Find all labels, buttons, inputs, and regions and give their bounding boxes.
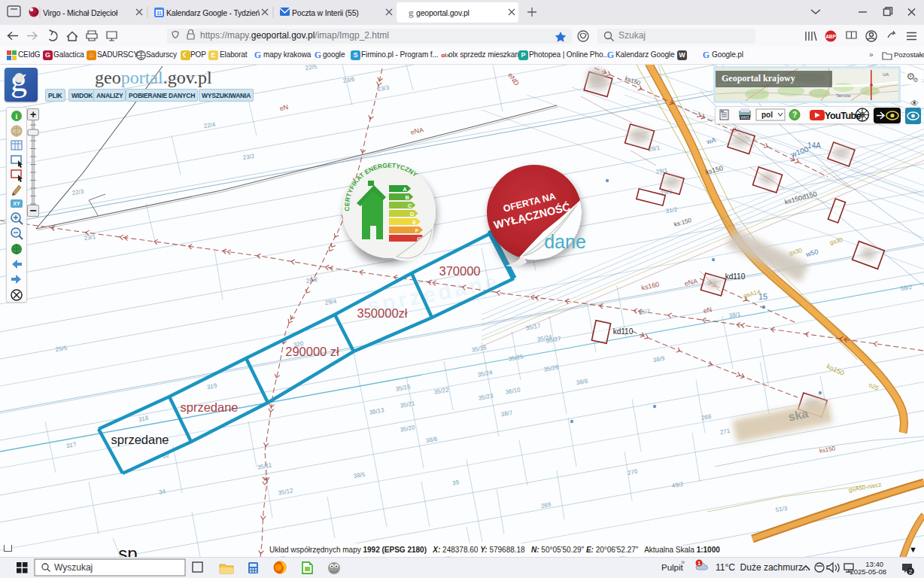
svg-text:XY: XY	[13, 201, 20, 206]
svg-text:31: 31	[157, 11, 163, 16]
svg-text:UA: UA	[883, 72, 889, 77]
svg-text:370000: 370000	[439, 264, 480, 278]
svg-text:E: E	[412, 219, 416, 226]
svg-text:kd110: kd110	[725, 272, 746, 281]
svg-text:2: 2	[909, 568, 913, 575]
svg-text:sprzedane: sprzedane	[111, 433, 169, 446]
svg-text:WMS: WMS	[740, 115, 750, 120]
svg-text:i: i	[16, 112, 18, 120]
svg-text:1: 1	[698, 560, 701, 567]
svg-text:2025-05-08: 2025-05-08	[850, 567, 886, 576]
svg-text:350000zł: 350000zł	[357, 306, 408, 320]
svg-text:Wyszukaj: Wyszukaj	[54, 562, 93, 573]
svg-text:290000 zł: 290000 zł	[285, 345, 339, 358]
svg-text:A: A	[403, 186, 407, 193]
svg-text:F: F	[415, 227, 419, 234]
svg-text:sp: sp	[118, 543, 137, 557]
svg-text:D: D	[410, 211, 415, 218]
svg-text:ABP: ABP	[825, 34, 836, 39]
svg-text:pol: pol	[761, 111, 773, 119]
svg-text:sprzedane: sprzedane	[180, 400, 238, 414]
svg-text:g: g	[409, 7, 414, 18]
svg-text:kd110: kd110	[613, 327, 634, 336]
svg-text:»: »	[681, 558, 685, 566]
svg-text:Tarnów: Tarnów	[836, 93, 851, 98]
svg-text:dane: dane	[544, 231, 586, 252]
svg-text:C: C	[408, 202, 412, 209]
svg-text:B: B	[405, 194, 409, 201]
svg-text:11°C Duże zachmurz...: 11°C Duże zachmurz...	[716, 562, 810, 573]
svg-text:14A: 14A	[807, 141, 821, 150]
svg-text:?: ?	[792, 111, 797, 119]
